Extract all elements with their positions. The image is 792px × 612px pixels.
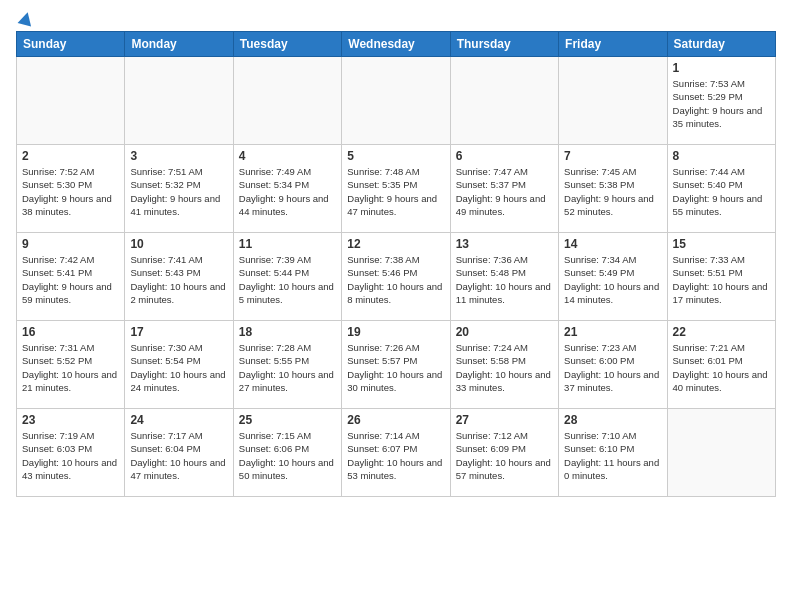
day-number: 3 bbox=[130, 149, 227, 163]
day-number: 15 bbox=[673, 237, 770, 251]
day-info: Sunrise: 7:15 AM Sunset: 6:06 PM Dayligh… bbox=[239, 429, 336, 482]
day-number: 14 bbox=[564, 237, 661, 251]
day-info: Sunrise: 7:30 AM Sunset: 5:54 PM Dayligh… bbox=[130, 341, 227, 394]
page-header bbox=[16, 16, 776, 21]
day-number: 20 bbox=[456, 325, 553, 339]
weekday-header-wednesday: Wednesday bbox=[342, 32, 450, 57]
day-info: Sunrise: 7:41 AM Sunset: 5:43 PM Dayligh… bbox=[130, 253, 227, 306]
day-info: Sunrise: 7:10 AM Sunset: 6:10 PM Dayligh… bbox=[564, 429, 661, 482]
day-info: Sunrise: 7:52 AM Sunset: 5:30 PM Dayligh… bbox=[22, 165, 119, 218]
day-number: 4 bbox=[239, 149, 336, 163]
day-number: 9 bbox=[22, 237, 119, 251]
day-number: 19 bbox=[347, 325, 444, 339]
day-info: Sunrise: 7:45 AM Sunset: 5:38 PM Dayligh… bbox=[564, 165, 661, 218]
calendar-cell: 14Sunrise: 7:34 AM Sunset: 5:49 PM Dayli… bbox=[559, 233, 667, 321]
weekday-header-sunday: Sunday bbox=[17, 32, 125, 57]
calendar-cell bbox=[342, 57, 450, 145]
calendar-cell: 4Sunrise: 7:49 AM Sunset: 5:34 PM Daylig… bbox=[233, 145, 341, 233]
day-info: Sunrise: 7:49 AM Sunset: 5:34 PM Dayligh… bbox=[239, 165, 336, 218]
calendar-week-row: 16Sunrise: 7:31 AM Sunset: 5:52 PM Dayli… bbox=[17, 321, 776, 409]
calendar-cell: 20Sunrise: 7:24 AM Sunset: 5:58 PM Dayli… bbox=[450, 321, 558, 409]
day-number: 26 bbox=[347, 413, 444, 427]
day-number: 21 bbox=[564, 325, 661, 339]
day-number: 13 bbox=[456, 237, 553, 251]
day-info: Sunrise: 7:14 AM Sunset: 6:07 PM Dayligh… bbox=[347, 429, 444, 482]
calendar-week-row: 2Sunrise: 7:52 AM Sunset: 5:30 PM Daylig… bbox=[17, 145, 776, 233]
calendar-cell bbox=[667, 409, 775, 497]
day-number: 28 bbox=[564, 413, 661, 427]
calendar-cell bbox=[125, 57, 233, 145]
calendar-cell bbox=[17, 57, 125, 145]
calendar-cell: 28Sunrise: 7:10 AM Sunset: 6:10 PM Dayli… bbox=[559, 409, 667, 497]
day-info: Sunrise: 7:36 AM Sunset: 5:48 PM Dayligh… bbox=[456, 253, 553, 306]
day-number: 2 bbox=[22, 149, 119, 163]
day-info: Sunrise: 7:23 AM Sunset: 6:00 PM Dayligh… bbox=[564, 341, 661, 394]
day-info: Sunrise: 7:39 AM Sunset: 5:44 PM Dayligh… bbox=[239, 253, 336, 306]
calendar-cell: 11Sunrise: 7:39 AM Sunset: 5:44 PM Dayli… bbox=[233, 233, 341, 321]
day-info: Sunrise: 7:51 AM Sunset: 5:32 PM Dayligh… bbox=[130, 165, 227, 218]
calendar-cell: 7Sunrise: 7:45 AM Sunset: 5:38 PM Daylig… bbox=[559, 145, 667, 233]
day-info: Sunrise: 7:53 AM Sunset: 5:29 PM Dayligh… bbox=[673, 77, 770, 130]
calendar-cell: 23Sunrise: 7:19 AM Sunset: 6:03 PM Dayli… bbox=[17, 409, 125, 497]
calendar-cell: 16Sunrise: 7:31 AM Sunset: 5:52 PM Dayli… bbox=[17, 321, 125, 409]
calendar-cell: 18Sunrise: 7:28 AM Sunset: 5:55 PM Dayli… bbox=[233, 321, 341, 409]
day-number: 24 bbox=[130, 413, 227, 427]
calendar-cell: 22Sunrise: 7:21 AM Sunset: 6:01 PM Dayli… bbox=[667, 321, 775, 409]
day-info: Sunrise: 7:48 AM Sunset: 5:35 PM Dayligh… bbox=[347, 165, 444, 218]
day-number: 7 bbox=[564, 149, 661, 163]
weekday-header-tuesday: Tuesday bbox=[233, 32, 341, 57]
day-number: 1 bbox=[673, 61, 770, 75]
day-info: Sunrise: 7:24 AM Sunset: 5:58 PM Dayligh… bbox=[456, 341, 553, 394]
day-number: 23 bbox=[22, 413, 119, 427]
day-info: Sunrise: 7:44 AM Sunset: 5:40 PM Dayligh… bbox=[673, 165, 770, 218]
calendar-cell: 3Sunrise: 7:51 AM Sunset: 5:32 PM Daylig… bbox=[125, 145, 233, 233]
weekday-header-friday: Friday bbox=[559, 32, 667, 57]
calendar-cell bbox=[450, 57, 558, 145]
day-number: 5 bbox=[347, 149, 444, 163]
day-number: 18 bbox=[239, 325, 336, 339]
calendar-cell: 8Sunrise: 7:44 AM Sunset: 5:40 PM Daylig… bbox=[667, 145, 775, 233]
calendar-cell: 21Sunrise: 7:23 AM Sunset: 6:00 PM Dayli… bbox=[559, 321, 667, 409]
day-info: Sunrise: 7:38 AM Sunset: 5:46 PM Dayligh… bbox=[347, 253, 444, 306]
day-number: 16 bbox=[22, 325, 119, 339]
calendar-header-row: SundayMondayTuesdayWednesdayThursdayFrid… bbox=[17, 32, 776, 57]
calendar-cell bbox=[233, 57, 341, 145]
calendar-cell: 10Sunrise: 7:41 AM Sunset: 5:43 PM Dayli… bbox=[125, 233, 233, 321]
weekday-header-monday: Monday bbox=[125, 32, 233, 57]
logo bbox=[16, 16, 33, 21]
day-info: Sunrise: 7:33 AM Sunset: 5:51 PM Dayligh… bbox=[673, 253, 770, 306]
day-number: 8 bbox=[673, 149, 770, 163]
calendar-cell: 2Sunrise: 7:52 AM Sunset: 5:30 PM Daylig… bbox=[17, 145, 125, 233]
calendar-table: SundayMondayTuesdayWednesdayThursdayFrid… bbox=[16, 31, 776, 497]
calendar-cell bbox=[559, 57, 667, 145]
weekday-header-saturday: Saturday bbox=[667, 32, 775, 57]
day-number: 17 bbox=[130, 325, 227, 339]
calendar-cell: 15Sunrise: 7:33 AM Sunset: 5:51 PM Dayli… bbox=[667, 233, 775, 321]
day-number: 11 bbox=[239, 237, 336, 251]
day-number: 25 bbox=[239, 413, 336, 427]
calendar-week-row: 23Sunrise: 7:19 AM Sunset: 6:03 PM Dayli… bbox=[17, 409, 776, 497]
calendar-cell: 17Sunrise: 7:30 AM Sunset: 5:54 PM Dayli… bbox=[125, 321, 233, 409]
day-info: Sunrise: 7:31 AM Sunset: 5:52 PM Dayligh… bbox=[22, 341, 119, 394]
calendar-cell: 1Sunrise: 7:53 AM Sunset: 5:29 PM Daylig… bbox=[667, 57, 775, 145]
calendar-cell: 5Sunrise: 7:48 AM Sunset: 5:35 PM Daylig… bbox=[342, 145, 450, 233]
calendar-cell: 25Sunrise: 7:15 AM Sunset: 6:06 PM Dayli… bbox=[233, 409, 341, 497]
calendar-cell: 9Sunrise: 7:42 AM Sunset: 5:41 PM Daylig… bbox=[17, 233, 125, 321]
calendar-cell: 6Sunrise: 7:47 AM Sunset: 5:37 PM Daylig… bbox=[450, 145, 558, 233]
logo-triangle-icon bbox=[18, 10, 35, 26]
calendar-week-row: 1Sunrise: 7:53 AM Sunset: 5:29 PM Daylig… bbox=[17, 57, 776, 145]
day-info: Sunrise: 7:12 AM Sunset: 6:09 PM Dayligh… bbox=[456, 429, 553, 482]
calendar-cell: 13Sunrise: 7:36 AM Sunset: 5:48 PM Dayli… bbox=[450, 233, 558, 321]
calendar-cell: 24Sunrise: 7:17 AM Sunset: 6:04 PM Dayli… bbox=[125, 409, 233, 497]
day-info: Sunrise: 7:21 AM Sunset: 6:01 PM Dayligh… bbox=[673, 341, 770, 394]
day-number: 27 bbox=[456, 413, 553, 427]
day-info: Sunrise: 7:17 AM Sunset: 6:04 PM Dayligh… bbox=[130, 429, 227, 482]
day-info: Sunrise: 7:47 AM Sunset: 5:37 PM Dayligh… bbox=[456, 165, 553, 218]
day-info: Sunrise: 7:42 AM Sunset: 5:41 PM Dayligh… bbox=[22, 253, 119, 306]
calendar-cell: 19Sunrise: 7:26 AM Sunset: 5:57 PM Dayli… bbox=[342, 321, 450, 409]
day-number: 22 bbox=[673, 325, 770, 339]
weekday-header-thursday: Thursday bbox=[450, 32, 558, 57]
day-info: Sunrise: 7:34 AM Sunset: 5:49 PM Dayligh… bbox=[564, 253, 661, 306]
day-info: Sunrise: 7:28 AM Sunset: 5:55 PM Dayligh… bbox=[239, 341, 336, 394]
day-number: 12 bbox=[347, 237, 444, 251]
